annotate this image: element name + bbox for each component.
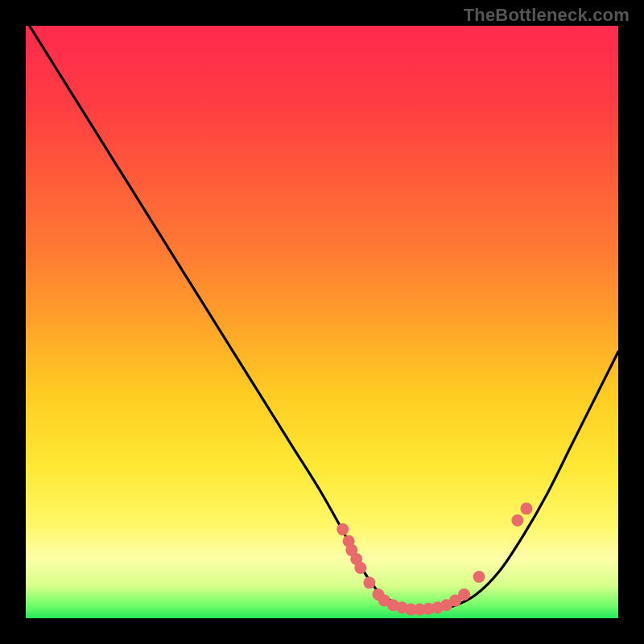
data-point	[458, 588, 470, 601]
data-point	[473, 571, 485, 583]
chart-frame	[26, 26, 618, 618]
data-point	[520, 502, 532, 514]
watermark-text: TheBottleneck.com	[464, 5, 630, 26]
data-point	[511, 514, 523, 526]
data-point	[336, 523, 349, 535]
data-point	[363, 576, 375, 588]
data-point	[354, 562, 366, 574]
gradient-background	[26, 26, 618, 618]
chart-canvas	[26, 26, 618, 618]
